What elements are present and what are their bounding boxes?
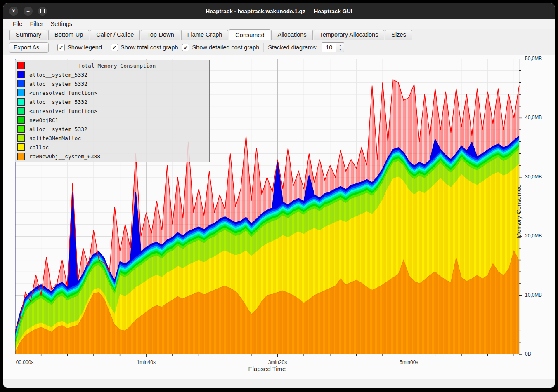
tab-caller-callee[interactable]: Caller / Callee (90, 30, 140, 40)
legend-item[interactable]: alloc__system_5332 (15, 97, 209, 106)
legend-swatch-icon (17, 134, 25, 142)
legend-item[interactable]: rawNewObj__system_6388 (15, 152, 209, 161)
legend-label: calloc (29, 144, 49, 150)
menu-settings[interactable]: Settings (47, 20, 76, 28)
menu-filter[interactable]: Filter (26, 20, 47, 28)
legend-item[interactable]: calloc (15, 143, 209, 152)
export-as-button[interactable]: Export As... (9, 42, 49, 53)
window-bottom-margin (3, 379, 555, 388)
y-tick-label: 40,0MB (525, 115, 542, 120)
checkbox-check-icon: ✓ (182, 44, 189, 51)
tab-top-down[interactable]: Top-Down (141, 30, 180, 40)
toolbar-separator (263, 43, 264, 52)
legend-label: Total Memory Consumption (25, 63, 209, 69)
x-tick-label: 1min40s (137, 359, 156, 365)
tab-summary[interactable]: Summary (9, 30, 47, 40)
show-legend-checkbox[interactable]: ✓ Show legend (57, 44, 102, 51)
legend-item[interactable]: alloc__system_5332 (15, 124, 209, 134)
legend-swatch-icon (17, 143, 25, 151)
checkbox-check-icon: ✓ (57, 44, 65, 51)
x-axis-title: Elapsed Time (15, 365, 519, 372)
tab-sizes[interactable]: Sizes (385, 30, 412, 40)
legend-item[interactable]: <unresolved function> (15, 106, 209, 115)
show-total-cost-graph-checkbox[interactable]: ✓ Show total cost graph (111, 44, 178, 51)
y-tick-label: 30,0MB (525, 174, 542, 180)
checkbox-check-icon: ✓ (111, 44, 118, 51)
tab-bar: SummaryBottom-UpCaller / CalleeTop-DownF… (3, 29, 555, 40)
legend-item[interactable]: newObjRC1 (15, 115, 209, 124)
stacked-diagrams-stepper[interactable]: 10 ▲ ▼ (322, 42, 344, 52)
tab-temporary-allocations[interactable]: Temporary Allocations (314, 30, 385, 40)
menu-bar: FileFilterSettings (3, 19, 555, 29)
tab-bottom-up[interactable]: Bottom-Up (48, 30, 89, 40)
show-detailed-cost-graph-checkbox[interactable]: ✓ Show detailed cost graph (182, 44, 259, 51)
legend-swatch-icon (17, 62, 25, 69)
app-window: ✕ – Heaptrack - heaptrack.wakunode.1.gz … (3, 3, 555, 388)
titlebar: ✕ – Heaptrack - heaptrack.wakunode.1.gz … (3, 3, 555, 19)
legend-item[interactable]: <unresolved function> (15, 88, 209, 97)
window-title: Heaptrack - heaptrack.wakunode.1.gz — He… (3, 3, 555, 19)
legend-label: alloc__system_5332 (29, 99, 87, 105)
legend-label: alloc__system_5332 (29, 81, 87, 87)
x-tick-label: 5min00s (400, 359, 418, 365)
stacked-diagrams-label: Stacked diagrams: (268, 44, 317, 51)
checkbox-label: Show total cost graph (121, 44, 178, 51)
legend-label: sqlite3MemMalloc (29, 135, 81, 141)
legend-swatch-icon (17, 116, 25, 124)
menu-file[interactable]: File (9, 20, 26, 28)
legend-item[interactable]: Total Memory Consumption (15, 61, 209, 70)
legend-label: rawNewObj__system_6388 (29, 153, 100, 160)
legend-swatch-icon (17, 80, 25, 87)
x-tick-label: 3min20s (268, 359, 287, 365)
legend-swatch-icon (17, 98, 25, 106)
legend-label: <unresolved function> (29, 90, 97, 96)
legend-label: newObjRC1 (29, 117, 58, 123)
tab-allocations[interactable]: Allocations (271, 30, 312, 40)
y-tick-label: 20,0MB (525, 233, 542, 239)
toolbar-separator (106, 43, 106, 52)
tab-consumed[interactable]: Consumed (229, 29, 270, 40)
y-tick-label: 0B (525, 351, 531, 357)
legend-swatch-icon (17, 107, 25, 115)
checkbox-label: Show legend (67, 44, 102, 51)
y-axis-title: Memory Consumed (515, 174, 522, 249)
legend-swatch-icon (17, 153, 25, 160)
y-tick-label: 10,0MB (525, 292, 542, 298)
arrow-down-icon[interactable]: ▼ (336, 47, 344, 52)
legend-label: <unresolved function> (29, 108, 97, 114)
legend-swatch-icon (17, 71, 25, 78)
x-tick-label: 00.000s (16, 359, 34, 365)
stepper-arrows[interactable]: ▲ ▼ (336, 42, 344, 52)
memory-consumption-chart: Total Memory Consumptionalloc__system_53… (3, 55, 555, 379)
legend-item[interactable]: sqlite3MemMalloc (15, 134, 209, 143)
legend-label: alloc__system_5332 (29, 72, 87, 78)
legend-label: alloc__system_5332 (29, 126, 87, 132)
checkbox-label: Show detailed cost graph (192, 44, 259, 51)
y-tick-label: 50,0MB (525, 56, 542, 61)
legend-swatch-icon (17, 89, 25, 96)
tab-flame-graph[interactable]: Flame Graph (181, 30, 229, 40)
legend-swatch-icon (17, 125, 25, 133)
stacked-diagrams-value[interactable]: 10 (322, 42, 336, 52)
toolbar-separator (53, 43, 53, 52)
legend-item[interactable]: alloc__system_5332 (15, 79, 209, 88)
arrow-up-icon[interactable]: ▲ (336, 43, 344, 47)
toolbar: Export As... ✓ Show legend ✓ Show total … (3, 40, 555, 55)
legend-item[interactable]: alloc__system_5332 (15, 70, 209, 79)
chart-legend: Total Memory Consumptionalloc__system_53… (15, 60, 210, 162)
